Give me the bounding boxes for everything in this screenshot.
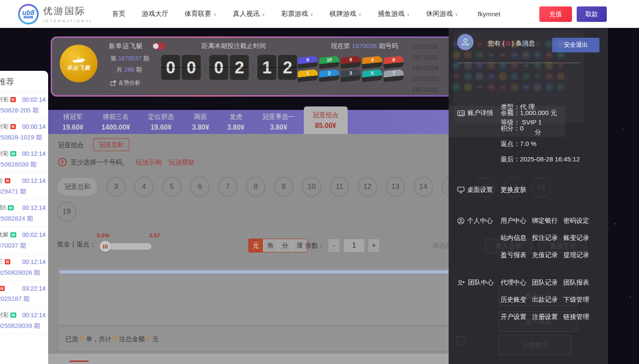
multiplier-label: 倍数： <box>305 242 324 250</box>
nav-item-7[interactable]: 休闲游戏∨ <box>426 9 458 18</box>
points-line: 积分：0分 <box>501 124 530 133</box>
personal-link-0-2[interactable]: 密码设定 <box>563 217 589 225</box>
horizontal-scrollbar[interactable] <box>59 270 498 273</box>
bet-tab-6[interactable]: 冠亚组合85.00¥ <box>304 106 348 134</box>
username-label[interactable]: fkymnet <box>478 10 501 18</box>
balance-line: 余额：1,000.000 元 <box>501 109 557 117</box>
ghost-ball: 02 <box>522 40 530 49</box>
number-circle-5[interactable]: 5 <box>162 177 181 197</box>
number-circle-13[interactable]: 13 <box>386 177 405 197</box>
sidebar-game-item-2[interactable]: 时彩M00:12:14250828039 期 <box>0 146 48 173</box>
number-circle-6[interactable]: 6 <box>190 177 209 197</box>
ghost-ball: 02 <box>533 51 542 59</box>
countdown-time: 00:12:14 <box>22 258 48 265</box>
withdraw-button[interactable]: 取款 <box>577 6 607 22</box>
rebate-slider-handle[interactable] <box>100 241 111 252</box>
multiplier-value[interactable]: 1 <box>343 239 365 252</box>
ghost-ball: 06 <box>510 51 519 59</box>
period-label: 829471 期 <box>0 188 47 196</box>
bet-tab-1[interactable]: 猜前三名1400.00¥ <box>92 113 139 131</box>
clock-digit-3: 2 <box>230 55 249 80</box>
nav-item-5[interactable]: 棋牌游戏∨ <box>330 9 361 18</box>
number-circle-3[interactable]: 3 <box>107 177 125 197</box>
nav-item-4[interactable]: 彩票游戏∨ <box>281 9 313 18</box>
clock-colon: : <box>251 61 256 74</box>
number-circle-11[interactable]: 11 <box>330 177 349 197</box>
nav-item-0[interactable]: 首页 <box>112 9 125 18</box>
recharge-button[interactable]: 充值 <box>539 6 572 22</box>
number-circle-12[interactable]: 12 <box>358 177 377 197</box>
sidebar-game-item-6[interactable]: 三N00:12:140250828026 期 <box>0 254 48 281</box>
points-unit: 分 <box>535 128 541 136</box>
tip-row: ? 至少选择一个号码。 玩法示例 玩法帮助 <box>58 158 195 167</box>
speedboat-icon <box>71 55 86 64</box>
nav-item-3[interactable]: 真人视讯∨ <box>233 9 265 18</box>
sidebar-game-item-7[interactable]: N03:22:142025187 期 <box>0 281 48 307</box>
help-icon[interactable]: ? <box>58 158 67 167</box>
period-label: 0250828039 期 <box>0 322 47 330</box>
sound-toggle[interactable] <box>153 43 165 49</box>
bet-tab-5[interactable]: 冠亚季选一3.80¥ <box>254 113 304 131</box>
countdown-time: 00:02:14 <box>22 96 48 103</box>
game-badge: M <box>8 205 14 210</box>
current-issue: 第 1870037 期 <box>110 55 149 63</box>
number-circle-7[interactable]: 7 <box>218 177 237 197</box>
personal-center-title: 个人中心 <box>457 217 493 225</box>
unit-角[interactable]: 角 <box>263 239 278 252</box>
bet-tab-4[interactable]: 龙虎3.80¥ <box>218 113 254 131</box>
ghost-chase-mode-button: 追号模式 <box>498 311 578 332</box>
play-help-link[interactable]: 玩法帮助 <box>169 158 195 167</box>
number-circle-4[interactable]: 4 <box>135 177 153 197</box>
ghost-ball: 07 <box>533 83 542 91</box>
personal-link-0-0[interactable]: 用户中心 <box>501 217 526 225</box>
play-example-link[interactable]: 玩法示例 <box>136 158 162 167</box>
ghost-ball: 08 <box>545 72 553 81</box>
logo-title-en: INTERNATIONAL <box>43 19 93 23</box>
sidebar-game-item-1[interactable]: 时彩N00:00:14250828-1019 期 <box>0 119 48 146</box>
history-issue: 1870033 <box>412 73 439 84</box>
page: ub8 INTL 优游国际 INTERNATIONAL 首页游戏大厅体育联赛∨真… <box>0 0 639 364</box>
number-circle-14[interactable]: 14 <box>414 177 433 197</box>
ghost-add-button: 加入选单 <box>485 239 532 253</box>
bet-tab-0[interactable]: 猜冠军19.60¥ <box>53 113 92 131</box>
ghost-ball: 02 <box>510 72 519 81</box>
ghost-direct-bet-button: 直接下注 <box>539 239 587 253</box>
ghost-ball: 04 <box>487 61 495 70</box>
result-boat-5: 5 <box>362 69 382 82</box>
result-label: 现在第 1870036 期号码 <box>315 42 414 50</box>
unit-元[interactable]: 元 <box>249 239 263 252</box>
multiplier-plus-button[interactable]: + <box>368 239 380 252</box>
sidebar-list: 时彩N00:02:14250828-205 期时彩N00:00:14250828… <box>0 92 48 334</box>
multiplier-minus-button[interactable]: - <box>328 239 340 252</box>
bet-tab-3[interactable]: 两面3.80¥ <box>183 113 218 131</box>
number-circle-10[interactable]: 10 <box>302 177 321 197</box>
clock-digit-0: 0 <box>161 55 180 80</box>
game-logo: 幸运飞艇 <box>60 45 98 82</box>
ghost-ball: 07 <box>475 72 484 81</box>
nav-item-1[interactable]: 游戏大厅 <box>142 9 168 18</box>
sidebar-game-item-5[interactable]: 飞艇M00:02:14870037 期 <box>0 227 48 254</box>
sidebar-game-item-8[interactable]: 时彩M00:12:140250828039 期 <box>0 307 48 334</box>
number-circle-19[interactable]: 19 <box>57 202 76 221</box>
ghost-ball: 09 <box>498 51 507 59</box>
number-circle-8[interactable]: 8 <box>246 177 265 197</box>
active-tab-indicator <box>70 361 89 362</box>
trend-analysis-link[interactable]: 走势分析 <box>110 79 141 87</box>
personal-link-0-1[interactable]: 绑定银行 <box>532 217 558 225</box>
sum-tab-button[interactable]: 冠亚总和 <box>93 138 129 151</box>
number-circle-9[interactable]: 9 <box>274 177 293 197</box>
result-boat-9: 9 <box>340 56 361 69</box>
top-navbar: ub8 INTL 优游国际 INTERNATIONAL 首页游戏大厅体育联赛∨真… <box>0 0 639 28</box>
nav-item-6[interactable]: 捕鱼游戏∨ <box>378 9 410 18</box>
nav-item-2[interactable]: 体育联赛∨ <box>185 9 217 18</box>
site-logo[interactable]: ub8 INTL 优游国际 INTERNATIONAL <box>18 4 93 24</box>
result-boat-7: 7 <box>383 69 404 82</box>
unit-分[interactable]: 分 <box>278 239 293 252</box>
sidebar-game-item-0[interactable]: 时彩N00:02:14250828-205 期 <box>0 92 48 119</box>
clock-digit-1: 0 <box>182 55 201 80</box>
sidebar-game-item-4[interactable]: 选5M00:12:1425082824 期 <box>0 200 48 227</box>
bet-tab-2[interactable]: 定位胆选19.60¥ <box>139 113 183 131</box>
sidebar-game-item-3[interactable]: 合N00:12:14829471 期 <box>0 173 48 200</box>
chevron-down-icon: ∨ <box>310 12 313 17</box>
ghost-ball: 02 <box>545 83 553 91</box>
